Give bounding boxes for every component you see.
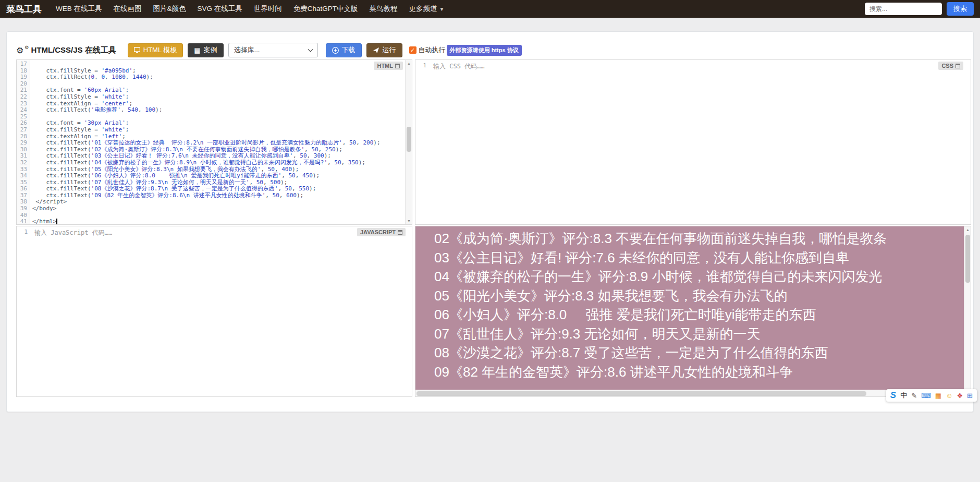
ime-icons: 中✎⌨▦☺❖⊞: [900, 391, 973, 400]
page-root: { "nav": { "brand": "菜鸟工具", "items": ["W…: [0, 0, 980, 482]
autorun-label: 自动执行: [419, 45, 446, 55]
grid-icon: ▦: [194, 47, 200, 54]
html-code-area[interactable]: ctx.fillStyle = '#a095bd'; ctx.fillRect(…: [31, 60, 405, 224]
nav-item-more-channels[interactable]: 更多频道 ▼: [403, 4, 450, 14]
preview-line: 04《被嫌弃的松子的一生》评分:8.9 小时候，谁都觉得自己的未来闪闪发光: [434, 267, 964, 286]
js-code-area[interactable]: 输入 JavaScript 代码……: [34, 228, 112, 237]
ime-emoji-icon[interactable]: ☺: [946, 392, 952, 400]
ime-grid-icon[interactable]: ⊞: [967, 392, 973, 400]
page-title-label: HTML/CSS/JS 在线工具: [31, 45, 116, 55]
window-icon: [956, 64, 960, 68]
search-input[interactable]: [865, 3, 942, 15]
code-line[interactable]: ctx.fillRect(0, 0, 1080, 1440);: [32, 74, 405, 81]
nav-item[interactable]: 世界时间: [248, 4, 288, 14]
library-select[interactable]: 选择库...: [228, 43, 318, 57]
code-line[interactable]: </script>: [32, 199, 405, 206]
ime-pen-icon[interactable]: ✎: [911, 392, 917, 400]
ime-toolbox-icon[interactable]: ▦: [935, 392, 941, 400]
page-title: ⚙⚙ HTML/CSS/JS 在线工具: [16, 45, 116, 55]
line-number: 27: [17, 127, 30, 134]
line-number: 22: [17, 94, 30, 101]
ime-toolbar: S 中✎⌨▦☺❖⊞: [886, 389, 977, 402]
line-number: 17: [17, 61, 30, 68]
preview-line: 03《公主日记》好看! 评分:7.6 未经你的同意，没有人能让你感到自卑: [434, 248, 964, 268]
scrollbar-thumb[interactable]: [965, 235, 970, 283]
download-button[interactable]: 下载: [326, 43, 362, 57]
gear-small-icon: ⚙: [24, 45, 29, 50]
run-button[interactable]: 运行: [366, 43, 402, 57]
preview-line: 05《阳光小美女》评分:8.3 如果我想要飞，我会有办法飞的: [434, 286, 964, 306]
line-number: 41: [17, 219, 30, 224]
nav-item[interactable]: 在线画图: [108, 4, 148, 14]
scrollbar-thumb[interactable]: [416, 391, 866, 396]
scroll-up-icon[interactable]: ▲: [964, 226, 971, 233]
css-badge-label: CSS: [941, 63, 953, 69]
code-line[interactable]: [32, 212, 405, 219]
scroll-up-icon[interactable]: ▲: [406, 60, 412, 67]
js-badge-label: JAVASCRIPT: [360, 229, 396, 235]
preview-canvas: 02《成为简·奥斯汀》评分:8.3 不要在任何事物面前迷失掉自我，哪怕是教条03…: [415, 226, 964, 390]
code-line[interactable]: ctx.fillText('09《82 年生的金智英》评分:8.6\n 讲述平凡…: [32, 192, 405, 199]
sogou-logo-icon[interactable]: S: [890, 390, 896, 401]
line-number: 24: [17, 107, 30, 114]
html-badge-label: HTML: [377, 63, 393, 69]
preview-text: 02《成为简·奥斯汀》评分:8.3 不要在任何事物面前迷失掉自我，哪怕是教条03…: [434, 229, 964, 381]
text-cursor: [56, 219, 57, 224]
html-panel-badge: HTML: [374, 62, 403, 70]
nav-item[interactable]: 菜鸟教程: [364, 4, 403, 14]
line-number: 29: [17, 140, 30, 147]
line-number: 34: [17, 173, 30, 179]
ime-chinese-icon[interactable]: 中: [900, 391, 907, 400]
html-editor-panel: HTML 17181920212223242526272829303132333…: [16, 59, 412, 225]
html-editor-scrollbar[interactable]: ▲ ▼: [405, 60, 412, 224]
preview-panel: 02《成为简·奥斯汀》评分:8.3 不要在任何事物面前迷失掉自我，哪怕是教条03…: [415, 226, 971, 397]
nav-item[interactable]: SVG 在线工具: [192, 4, 248, 14]
editor-toolbar: ⚙⚙ HTML/CSS/JS 在线工具 HTML 模板 ▦ 案例 选择库... …: [16, 42, 964, 58]
code-line[interactable]: </html>: [32, 219, 405, 224]
ime-skin-icon[interactable]: ❖: [957, 392, 963, 400]
css-line-number: 1: [415, 62, 429, 69]
css-editor-panel: CSS 1 输入 CSS 代码……: [415, 59, 971, 225]
gear-icon: ⚙: [16, 45, 23, 55]
cloud-download-icon: [332, 47, 339, 54]
template-icon: [134, 47, 140, 53]
nav-more-label: 更多频道: [409, 4, 437, 14]
line-number: 19: [17, 74, 30, 81]
run-label: 运行: [383, 45, 396, 55]
download-label: 下载: [342, 45, 356, 55]
ime-keyboard-icon[interactable]: ⌨: [921, 392, 931, 400]
autorun-group: ✓ 自动执行: [409, 45, 446, 55]
js-editor-panel: JAVASCRIPT 1 输入 JavaScript 代码……: [16, 226, 412, 397]
line-number: 36: [17, 186, 30, 192]
https-protocol-badge: 外部资源请使用 https 协议: [447, 45, 522, 56]
preview-line: 02《成为简·奥斯汀》评分:8.3 不要在任何事物面前迷失掉自我，哪怕是教条: [434, 229, 964, 248]
html-template-button[interactable]: HTML 模板: [128, 43, 183, 57]
examples-button[interactable]: ▦ 案例: [188, 43, 223, 57]
html-line-gutter: 1718192021222324252627282930313233343536…: [17, 60, 30, 224]
preview-scrollbar-horizontal[interactable]: [415, 390, 964, 396]
nav-item[interactable]: 免费ChatGPT中文版: [288, 4, 364, 14]
preview-line: 06《小妇人》评分:8.0 强推 爱是我们死亡时唯yi能带走的东西: [434, 305, 964, 324]
preview-line: 07《乱世佳人》评分:9.3 无论如何，明天又是新的一天: [434, 324, 964, 344]
chevron-down-icon: [308, 46, 313, 52]
scrollbar-thumb[interactable]: [407, 127, 411, 152]
library-select-value: 选择库...: [234, 45, 260, 55]
js-panel-badge: JAVASCRIPT: [357, 228, 406, 236]
code-line[interactable]: </body>: [32, 206, 405, 212]
nav-item[interactable]: 图片&颜色: [148, 4, 192, 14]
scroll-down-icon[interactable]: ▼: [406, 218, 412, 224]
preview-scrollbar-vertical[interactable]: ▲ ▼: [964, 226, 971, 396]
chevron-down-icon: ▼: [439, 6, 445, 12]
js-line-number: 1: [17, 228, 30, 235]
nav-item[interactable]: WEB 在线工具: [50, 4, 108, 14]
top-navbar: 菜鸟工具 WEB 在线工具在线画图图片&颜色SVG 在线工具世界时间免费Chat…: [0, 0, 980, 18]
editor-card: ⚙⚙ HTML/CSS/JS 在线工具 HTML 模板 ▦ 案例 选择库... …: [6, 31, 974, 412]
nav-search-area: 搜索: [865, 2, 974, 16]
brand-logo[interactable]: 菜鸟工具: [6, 3, 42, 15]
line-number: 32: [17, 160, 30, 166]
autorun-checkbox[interactable]: ✓: [409, 46, 416, 54]
css-code-area[interactable]: 输入 CSS 代码……: [433, 62, 485, 71]
search-button[interactable]: 搜索: [947, 2, 974, 16]
code-line[interactable]: ctx.fillText('电影推荐', 540, 100);: [32, 107, 405, 114]
preview-line: 08《沙漠之花》评分:8.7 受了这些苦，一定是为了什么值得的东西: [434, 343, 964, 363]
